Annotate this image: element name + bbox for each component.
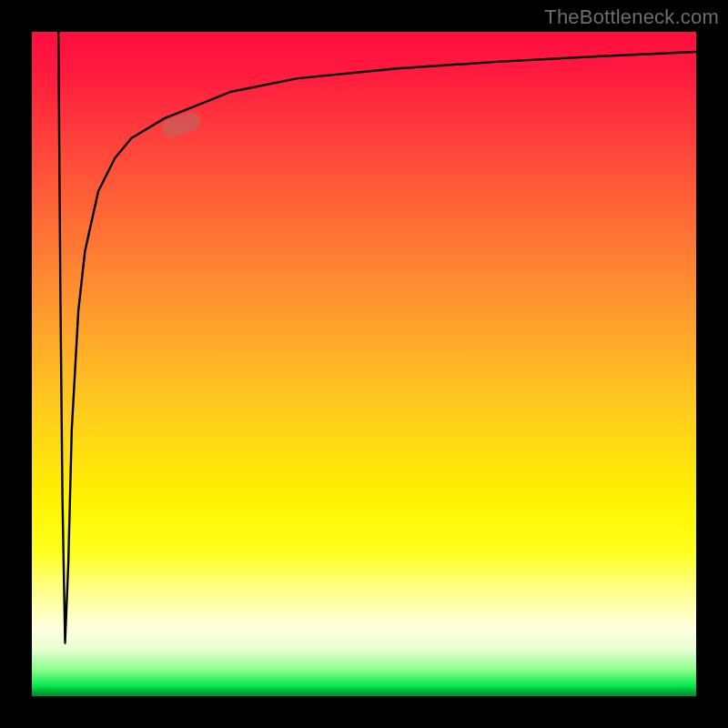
chart-curve [32,32,696,696]
bottleneck-curve-path [58,32,696,643]
chart-frame: TheBottleneck.com [0,0,728,728]
plot-area [32,32,696,696]
watermark-text: TheBottleneck.com [544,5,719,29]
